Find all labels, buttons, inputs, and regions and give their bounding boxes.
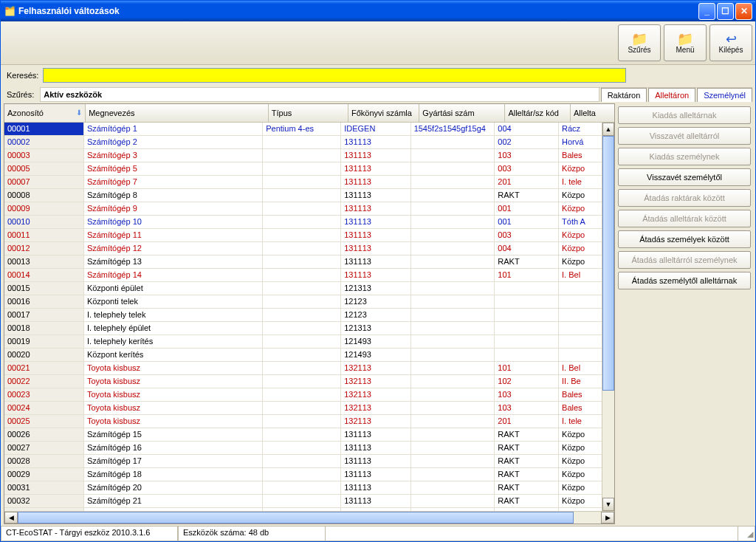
grid-body[interactable]: 00001Számítógép 1Pentium 4-esIDEGEN1545f… <box>4 123 602 511</box>
hscroll-thumb[interactable] <box>18 512 574 524</box>
col-type[interactable]: Típus <box>269 104 348 122</box>
btn-issue-person[interactable]: Kiadás személynek <box>618 148 751 165</box>
cell: Központi telek <box>84 295 263 308</box>
statusbar: CT-EcoSTAT - Tárgyi eszköz 2010.3.1.6 Es… <box>1 526 755 541</box>
exit-button[interactable]: ↩ Kilépés <box>709 24 752 61</box>
col-acct[interactable]: Főkönyvi számla <box>348 104 419 122</box>
cell: 132113 <box>341 375 410 388</box>
scroll-left-button[interactable]: ◀ <box>4 512 18 524</box>
filter-label: Szűrés: <box>7 90 34 99</box>
cell: 00002 <box>4 136 84 148</box>
table-row[interactable]: 00029Számítógép 18131113RAKTKözpo <box>4 468 602 481</box>
table-row[interactable]: 00008Számítógép 8131113RAKTKözpo <box>4 189 602 202</box>
close-button[interactable]: ✕ <box>735 3 752 20</box>
table-row[interactable]: 00018I. telephely épület121313 <box>4 322 602 335</box>
cell: 001 <box>495 216 559 228</box>
btn-return-inventory[interactable]: Visszavét alleltárról <box>618 127 751 145</box>
table-row[interactable]: 00032Számítógép 21131113RAKTKözpo <box>4 495 602 508</box>
table-row[interactable]: 00011Számítógép 11131113003Közpo <box>4 229 602 242</box>
scroll-up-button[interactable]: ▲ <box>602 123 614 136</box>
scroll-right-button[interactable]: ▶ <box>601 512 614 524</box>
cell: Számítógép 7 <box>84 176 263 188</box>
col-serial[interactable]: Gyártási szám <box>419 104 505 122</box>
table-row[interactable]: 00007Számítógép 7131113201I. tele <box>4 176 602 189</box>
table-row[interactable]: 00020Központ kerítés121493 <box>4 349 602 362</box>
minimize-button[interactable]: _ <box>698 3 715 20</box>
tab-person[interactable]: Személynél <box>697 88 752 102</box>
table-row[interactable]: 00002Számítógép 2131113002Horvá <box>4 136 602 149</box>
cell <box>263 242 341 255</box>
cell <box>263 468 341 481</box>
cell: 132113 <box>341 402 410 414</box>
table-row[interactable]: 00016Központi telek12123 <box>4 295 602 309</box>
table-row[interactable]: 00009Számítógép 9131113001Közpo <box>4 202 602 216</box>
cell <box>411 442 495 454</box>
cell: 131113 <box>341 508 410 511</box>
col-id[interactable]: Azonosító <box>4 104 86 122</box>
scroll-thumb[interactable] <box>602 136 614 391</box>
cell: I. telephely telek <box>84 309 263 321</box>
cell <box>411 295 495 308</box>
hscroll-track[interactable] <box>18 512 601 524</box>
resize-grip-icon[interactable]: ◢ <box>738 526 755 541</box>
table-row[interactable]: 00025Toyota kisbusz132113201I. tele <box>4 415 602 428</box>
table-row[interactable]: 00010Számítógép 10131113001Tóth A <box>4 216 602 229</box>
table-row[interactable]: 00001Számítógép 1Pentium 4-esIDEGEN1545f… <box>4 123 602 136</box>
cell: 002 <box>495 136 559 148</box>
table-row[interactable]: 00031Számítógép 20131113RAKTKözpo <box>4 481 602 495</box>
maximize-button[interactable]: ☐ <box>717 3 734 20</box>
table-row[interactable]: 00017I. telephely telek12123 <box>4 309 602 322</box>
cell: IDEGEN <box>341 123 410 135</box>
cell: I. Bel <box>559 362 602 374</box>
tab-inventory[interactable]: Alleltáron <box>648 88 695 102</box>
cell <box>411 149 495 162</box>
table-row[interactable]: 00003Számítógép 3131113103Bales <box>4 149 602 162</box>
search-input[interactable] <box>43 68 626 83</box>
cell: 003 <box>495 229 559 241</box>
col-name[interactable]: Megnevezés <box>86 104 269 122</box>
btn-transfer-persons[interactable]: Átadás személyek között <box>618 230 751 248</box>
titlebar[interactable]: 🗂️ Felhasználói változások _ ☐ ✕ <box>1 1 755 21</box>
table-row[interactable]: 00015Központi épület121313 <box>4 282 602 295</box>
table-row[interactable]: 00028Számítógép 17131113RAKTKözpo <box>4 455 602 468</box>
tabs: Raktáron Alleltáron Személynél <box>599 87 752 102</box>
cell: 12123 <box>341 309 410 321</box>
table-row[interactable]: 00024Toyota kisbusz132113103Bales <box>4 402 602 415</box>
col-assign[interactable]: Allelta <box>571 104 614 122</box>
cell <box>263 229 341 241</box>
cell: Toyota kisbusz <box>84 362 263 374</box>
table-row[interactable]: 00022Toyota kisbusz132113102II. Be <box>4 375 602 388</box>
cell: 00005 <box>4 162 84 175</box>
table-row[interactable]: 00033Számítógép 22131113RAKTKözpo <box>4 508 602 511</box>
table-row[interactable]: 00027Számítógép 16131113RAKTKözpo <box>4 442 602 455</box>
table-row[interactable]: 00023Toyota kisbusz132113103Bales <box>4 388 602 402</box>
cell <box>411 388 495 401</box>
vertical-scrollbar[interactable]: ▲ ▼ <box>602 123 614 511</box>
table-row[interactable]: 00014Számítógép 14131113101I. Bel <box>4 269 602 282</box>
btn-transfer-inventories[interactable]: Átadás alleltárak között <box>618 210 751 227</box>
table-row[interactable]: 00021Toyota kisbusz132113101I. Bel <box>4 362 602 375</box>
cell <box>559 295 602 308</box>
table-row[interactable]: 00026Számítógép 15131113RAKTKözpo <box>4 428 602 442</box>
scroll-track[interactable] <box>602 136 614 498</box>
btn-return-person[interactable]: Visszavét személytől <box>618 168 751 186</box>
btn-transfer-inv-to-person[interactable]: Átadás alleltárról személynek <box>618 251 751 269</box>
cell: Számítógép 14 <box>84 269 263 281</box>
menu-button[interactable]: 📁 Menü <box>664 24 707 61</box>
cell: Rácz <box>559 123 602 135</box>
table-row[interactable]: 00005Számítógép 5131113003Közpo <box>4 162 602 176</box>
tab-stock[interactable]: Raktáron <box>601 88 647 102</box>
scroll-down-button[interactable]: ▼ <box>602 498 614 511</box>
btn-issue-inventory[interactable]: Kiadás alleltárnak <box>618 106 751 124</box>
col-inv[interactable]: Alleltár/sz kód <box>505 104 571 122</box>
btn-transfer-stocks[interactable]: Átadás raktárak között <box>618 189 751 207</box>
cell: 00009 <box>4 202 84 215</box>
table-row[interactable]: 00013Számítógép 13131113RAKTKözpo <box>4 255 602 269</box>
table-row[interactable]: 00019I. telephely kerítés121493 <box>4 335 602 349</box>
cell <box>559 322 602 335</box>
cell: 00023 <box>4 388 84 401</box>
horizontal-scrollbar[interactable]: ◀ ▶ <box>4 511 614 524</box>
btn-transfer-person-to-inv[interactable]: Átadás személytől alleltárnak <box>618 272 751 289</box>
table-row[interactable]: 00012Számítógép 12131113004Közpo <box>4 242 602 255</box>
filter-button[interactable]: 📁 Szűrés <box>618 24 661 61</box>
